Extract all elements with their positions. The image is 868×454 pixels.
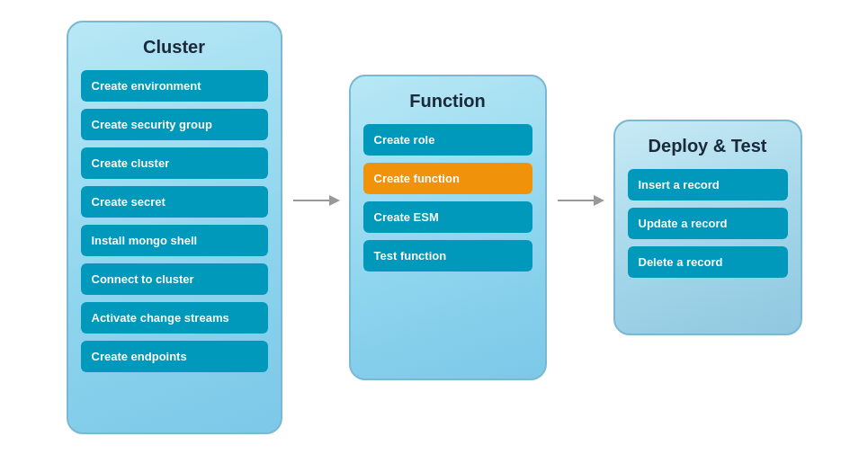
- cluster-step-6[interactable]: Activate change streams: [81, 302, 268, 334]
- cluster-panel-title: Cluster: [143, 37, 205, 58]
- cluster-step-0[interactable]: Create environment: [81, 70, 268, 102]
- deploy-step-0[interactable]: Insert a record: [628, 169, 788, 200]
- arrow-1: [282, 190, 349, 211]
- diagram-container: Cluster Create environmentCreate securit…: [49, 3, 820, 452]
- arrow-2: [547, 190, 613, 211]
- cluster-step-7[interactable]: Create endpoints: [81, 341, 268, 372]
- cluster-step-5[interactable]: Connect to cluster: [81, 263, 268, 295]
- cluster-step-2[interactable]: Create cluster: [81, 147, 268, 179]
- function-step-3[interactable]: Test function: [363, 240, 532, 272]
- cluster-steps-container: Create environmentCreate security groupC…: [81, 70, 268, 372]
- function-step-2[interactable]: Create ESM: [363, 201, 532, 233]
- cluster-panel: Cluster Create environmentCreate securit…: [67, 21, 282, 434]
- deploy-step-1[interactable]: Update a record: [628, 208, 788, 239]
- function-step-0[interactable]: Create role: [363, 124, 532, 156]
- svg-marker-1: [329, 195, 340, 206]
- function-panel-title: Function: [409, 91, 485, 111]
- deploy-panel: Deploy & Test Insert a recordUpdate a re…: [613, 120, 802, 335]
- function-step-1[interactable]: Create function: [363, 163, 532, 194]
- cluster-step-4[interactable]: Install mongo shell: [81, 225, 268, 256]
- function-steps-container: Create roleCreate functionCreate ESMTest…: [363, 124, 532, 272]
- deploy-steps-container: Insert a recordUpdate a recordDelete a r…: [628, 169, 788, 278]
- cluster-step-3[interactable]: Create secret: [81, 186, 268, 218]
- svg-marker-3: [594, 195, 604, 206]
- cluster-step-1[interactable]: Create security group: [81, 109, 268, 140]
- deploy-panel-title: Deploy & Test: [649, 136, 767, 156]
- function-panel: Function Create roleCreate functionCreat…: [349, 75, 547, 380]
- deploy-step-2[interactable]: Delete a record: [628, 246, 788, 278]
